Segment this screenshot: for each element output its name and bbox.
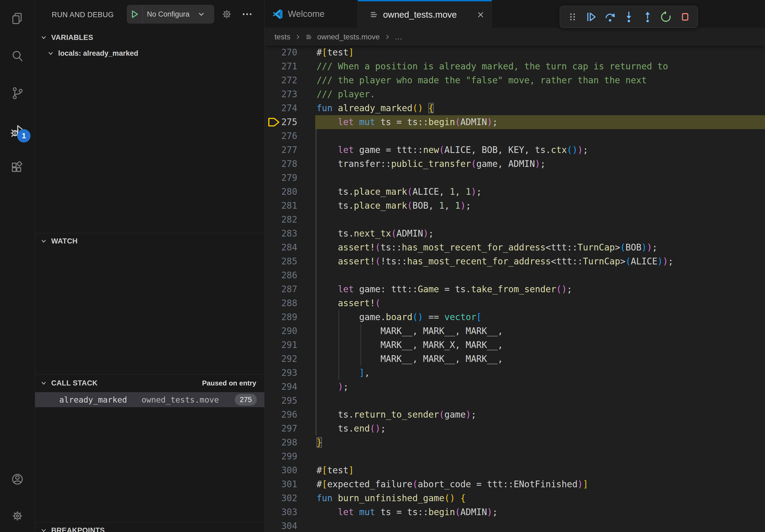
tab-welcome[interactable]: Welcome (264, 0, 358, 28)
step-out-icon[interactable] (639, 8, 656, 25)
code-line[interactable]: 283 ts.next_tx(ADMIN); (264, 227, 765, 241)
variables-section-header[interactable]: VARIABLES (35, 30, 264, 45)
code-line[interactable]: 287 let game: ttt::Game = ts.take_from_s… (264, 282, 765, 296)
line-number[interactable]: 278 (264, 157, 317, 171)
line-number[interactable]: 274 (264, 101, 317, 115)
code-editor[interactable]: 270#[test]271/// When a position is alre… (264, 46, 765, 532)
locals-scope-row[interactable]: locals: already_marked (35, 46, 264, 61)
close-tab-icon[interactable] (476, 11, 485, 19)
code-line[interactable]: 286 (264, 268, 765, 282)
call-stack-section-header[interactable]: CALL STACK Paused on entry (35, 376, 264, 391)
code-line[interactable]: 297 ts.end(); (264, 421, 765, 435)
code-line[interactable]: 279 (264, 171, 765, 185)
code-line[interactable]: 271/// When a position is already marked… (264, 60, 765, 73)
code-line[interactable]: 270#[test] (264, 46, 765, 60)
code-line[interactable]: 302fun burn_unfinished_game() { (264, 491, 765, 505)
breadcrumb-item-tests[interactable]: tests (275, 33, 290, 41)
code-line[interactable]: 289 game.board() == vector[ (264, 310, 765, 324)
line-number[interactable]: 284 (264, 241, 317, 254)
line-number[interactable]: 291 (264, 338, 317, 352)
stack-frame-row[interactable]: already_marked owned_tests.move 275 (35, 392, 264, 407)
code-line[interactable]: 292 MARK__, MARK__, MARK__, (264, 352, 765, 366)
code-line[interactable]: 281 ts.place_mark(BOB, 1, 1); (264, 199, 765, 213)
configuration-select[interactable]: No Configura (143, 10, 197, 19)
code-line[interactable]: 303 let mut ts = ts::begin(ADMIN); (264, 505, 765, 519)
line-number[interactable]: 276 (264, 129, 317, 143)
continue-icon[interactable] (583, 8, 600, 25)
code-line[interactable]: 296 ts.return_to_sender(game); (264, 408, 765, 421)
code-line[interactable]: 291 MARK__, MARK_X, MARK__, (264, 338, 765, 352)
line-number[interactable]: 286 (264, 268, 317, 282)
code-line[interactable]: 276 (264, 129, 765, 143)
extensions-icon[interactable] (10, 161, 24, 175)
code-line[interactable]: 293 ], (264, 366, 765, 380)
start-debug-icon[interactable] (127, 5, 143, 24)
line-number[interactable]: 304 (264, 519, 317, 532)
code-line[interactable]: 300#[test] (264, 463, 765, 477)
line-number[interactable]: 303 (264, 505, 317, 519)
step-into-icon[interactable] (620, 8, 637, 25)
toolbar-drag-grip[interactable] (564, 8, 581, 25)
line-number[interactable]: 296 (264, 408, 317, 421)
line-number[interactable]: 270 (264, 46, 317, 60)
line-number[interactable]: 288 (264, 296, 317, 310)
source-control-icon[interactable] (10, 86, 24, 100)
line-number[interactable]: 301 (264, 477, 317, 491)
line-number[interactable]: 294 (264, 380, 317, 394)
code-line[interactable]: 304 (264, 519, 765, 532)
more-actions-icon[interactable] (241, 8, 253, 20)
code-line[interactable]: 275 let mut ts = ts::begin(ADMIN); (264, 115, 765, 129)
code-line[interactable]: 274fun already_marked() { (264, 101, 765, 115)
code-line[interactable]: 285 assert!(!ts::has_most_recent_for_add… (264, 254, 765, 268)
line-number[interactable]: 302 (264, 491, 317, 505)
account-icon[interactable] (10, 472, 24, 486)
code-line[interactable]: 284 assert!(ts::has_most_recent_for_addr… (264, 241, 765, 254)
code-line[interactable]: 272/// the player who made the "false" m… (264, 73, 765, 87)
code-line[interactable]: 282 (264, 213, 765, 227)
line-number[interactable]: 282 (264, 213, 317, 227)
line-number[interactable]: 293 (264, 366, 317, 380)
restart-icon[interactable] (658, 8, 675, 25)
breadcrumb-item-file[interactable]: owned_tests.move (317, 33, 380, 41)
code-line[interactable]: 278 transfer::public_transfer(game, ADMI… (264, 157, 765, 171)
search-icon[interactable] (10, 49, 24, 63)
code-line[interactable]: 277 let game = ttt::new(ALICE, BOB, KEY,… (264, 143, 765, 157)
line-number[interactable]: 300 (264, 463, 317, 477)
line-number[interactable]: 280 (264, 185, 317, 199)
launch-configuration-button[interactable]: No Configura (127, 5, 214, 24)
breakpoints-section-header[interactable]: BREAKPOINTS (35, 523, 264, 532)
line-number[interactable]: 299 (264, 449, 317, 463)
code-line[interactable]: 273/// player. (264, 87, 765, 101)
line-number[interactable]: 289 (264, 310, 317, 324)
code-line[interactable]: 288 assert!( (264, 296, 765, 310)
line-number[interactable]: 295 (264, 394, 317, 408)
line-number[interactable]: 292 (264, 352, 317, 366)
code-line[interactable]: 295 (264, 394, 765, 408)
code-line[interactable]: 280 ts.place_mark(ALICE, 1, 1); (264, 185, 765, 199)
watch-section-header[interactable]: WATCH (35, 234, 264, 249)
line-number[interactable]: 298 (264, 435, 317, 449)
line-number[interactable]: 290 (264, 324, 317, 338)
code-line[interactable]: 290 MARK__, MARK__, MARK__, (264, 324, 765, 338)
line-number[interactable]: 297 (264, 421, 317, 435)
code-line[interactable]: 298} (264, 435, 765, 449)
code-line[interactable]: 299 (264, 449, 765, 463)
stop-icon[interactable] (677, 8, 693, 25)
tab-owned-tests-move[interactable]: owned_tests.move (358, 0, 492, 28)
line-number[interactable]: 287 (264, 282, 317, 296)
step-over-icon[interactable] (602, 8, 618, 25)
line-number[interactable]: 281 (264, 199, 317, 213)
settings-gear-icon[interactable] (10, 509, 24, 523)
debug-settings-gear-icon[interactable] (221, 8, 233, 20)
line-number[interactable]: 272 (264, 73, 317, 87)
line-number[interactable]: 273 (264, 87, 317, 101)
breadcrumb-item-symbol[interactable]: … (395, 33, 402, 41)
line-number[interactable]: 277 (264, 143, 317, 157)
code-line[interactable]: 294 ); (264, 380, 765, 394)
line-number[interactable]: 279 (264, 171, 317, 185)
line-number[interactable]: 283 (264, 227, 317, 241)
code-line[interactable]: 301#[expected_failure(abort_code = ttt::… (264, 477, 765, 491)
line-number[interactable]: 285 (264, 254, 317, 268)
line-number[interactable]: 271 (264, 60, 317, 73)
explorer-icon[interactable] (10, 12, 24, 26)
